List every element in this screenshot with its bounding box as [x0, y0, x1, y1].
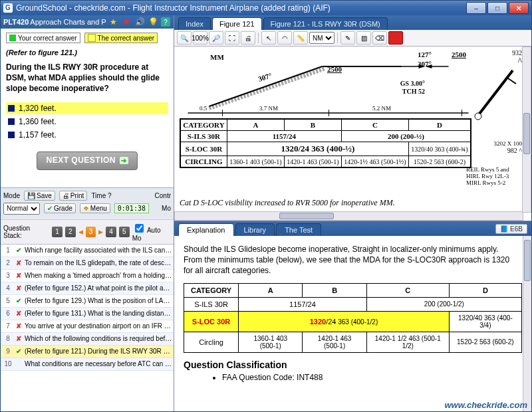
- svg-line-12: [506, 77, 516, 84]
- pointer-icon[interactable]: ↖: [261, 31, 276, 45]
- course-out: 127°: [418, 51, 432, 58]
- question-text: During the ILS RWY 30R procedure at DSM,…: [6, 62, 168, 94]
- svg-line-11: [479, 70, 513, 114]
- mode-label: Mode: [3, 192, 20, 199]
- question-subject: Approach Charts and Procedures: [30, 18, 106, 26]
- cross-icon: ✘: [14, 259, 23, 266]
- question-list-row[interactable]: 3✘When making a 'timed approach' from a …: [1, 270, 174, 282]
- question-list-row[interactable]: 7✘You arrive at your destination airport…: [1, 320, 174, 333]
- auto-checkbox[interactable]: Auto Mo: [132, 222, 171, 242]
- grade-button[interactable]: ✔Grade: [44, 203, 76, 213]
- window-title: GroundSchool - checkride.com - Flight In…: [16, 3, 331, 13]
- stack-page-4[interactable]: 4: [106, 227, 116, 237]
- question-list-row[interactable]: 4✘(Refer to figure 152.) At what point i…: [1, 282, 174, 295]
- figure-toolbar: 🔍 100% 🔎 ⛶ 🖨 ↖ ◠ 📏 NM ✎ ▨ ⌫: [174, 30, 531, 47]
- cross-icon: ✘: [14, 335, 23, 342]
- tab-figure-121-ils[interactable]: Figure 121 - ILS RWY 30R (DSM): [263, 17, 388, 30]
- protractor-icon[interactable]: ◠: [277, 31, 292, 45]
- zoom-out-icon[interactable]: 🔍: [177, 31, 192, 45]
- minimums-grid: CATEGORYABCD S-ILS 30R1157/24200 (200-½)…: [180, 118, 471, 168]
- help-icon[interactable]: ?: [161, 17, 170, 27]
- left-panel: PLT420 Approach Charts and Procedures ★ …: [1, 15, 174, 411]
- favorite-icon[interactable]: ★: [108, 17, 118, 27]
- faa-code-bullet: FAA Question Code: INT488: [222, 373, 522, 382]
- highlight-icon[interactable]: ▨: [356, 31, 371, 45]
- tab-the-test[interactable]: The Test: [276, 223, 321, 236]
- save-button[interactable]: 💾Save: [24, 191, 55, 201]
- check-icon: ✔: [14, 297, 23, 304]
- explanation-tabs: Explanation Library The Test 📘 E6B: [174, 221, 531, 236]
- next-question-button[interactable]: NEXT QUESTION: [37, 152, 138, 170]
- question-list-row[interactable]: 9✔(Refer to figure 121.) During the ILS …: [1, 346, 174, 358]
- footer-url: www.checkride.com: [444, 400, 527, 410]
- mode-select[interactable]: Normal: [3, 203, 40, 215]
- figure-scrollbar-vertical[interactable]: [522, 47, 531, 213]
- color-icon[interactable]: [388, 31, 403, 45]
- stack-page-3[interactable]: 3: [86, 227, 96, 237]
- maximize-button[interactable]: □: [487, 2, 507, 14]
- dist-2: 3.7 NM: [259, 105, 278, 112]
- lightbulb-icon[interactable]: 💡: [148, 17, 158, 27]
- answer-option-3[interactable]: 1,157 feet.: [6, 129, 168, 141]
- stack-page-1[interactable]: 1: [52, 227, 63, 237]
- explanation-scrollbar[interactable]: [523, 236, 531, 411]
- stack-label: Question Stack:: [3, 225, 49, 239]
- units-select[interactable]: NM: [309, 32, 334, 44]
- figure-scrollbar-horizontal[interactable]: [174, 211, 523, 221]
- menu-icon: ❖: [83, 205, 89, 212]
- check-icon: ✔: [47, 205, 53, 212]
- stack-nav-next[interactable]: ▶: [98, 229, 103, 235]
- cross-icon: ✘: [14, 284, 23, 292]
- question-list-row[interactable]: 2✘To remain on the ILS glidepath, the ra…: [1, 257, 174, 270]
- answer-legend: Your correct answer The correct answer: [6, 33, 168, 43]
- gs-label: GS 3.00°: [400, 80, 425, 87]
- alt-hold: 2500: [452, 51, 466, 58]
- question-list-row[interactable]: 1✔Which range facility associated with t…: [1, 245, 174, 257]
- figure-viewport[interactable]: MM 307° 2500 127° 307° 2500 GS 3.00° TCH…: [174, 47, 531, 221]
- tab-figure-121[interactable]: Figure 121: [212, 17, 262, 30]
- cross-icon: ✘: [14, 310, 23, 317]
- audio-icon[interactable]: 🔊: [134, 17, 145, 27]
- e6b-button[interactable]: 📘 E6B: [495, 224, 527, 234]
- cat-d-note: Cat D S-LOC visibility increased to RVR …: [180, 198, 395, 208]
- controls-panel: Mode 💾Save 🖨Print Time ? Contr Normal ✔G…: [1, 187, 174, 219]
- question-list-row[interactable]: 8✘Which of the following conditions is r…: [1, 333, 174, 346]
- tab-explanation[interactable]: Explanation: [178, 223, 234, 236]
- question-list[interactable]: 1✔Which range facility associated with t…: [1, 244, 174, 411]
- answer-option-2[interactable]: 1,360 feet.: [6, 116, 168, 128]
- ruler-icon[interactable]: 📏: [293, 31, 308, 45]
- mo-label: Mo: [162, 205, 171, 212]
- question-header: PLT420 Approach Charts and Procedures ★ …: [1, 15, 174, 29]
- zoom-100-button[interactable]: 100%: [193, 31, 207, 45]
- minimize-button[interactable]: –: [466, 2, 486, 14]
- question-list-row[interactable]: 10What conditions are necessary before A…: [1, 358, 174, 371]
- question-list-row[interactable]: 5✔(Refer to figure 129.) What is the pos…: [1, 295, 174, 308]
- zoom-in-icon[interactable]: 🔎: [209, 31, 223, 45]
- airport-diagram-fragment: 932 ^ 3202 X 100 982 ^ REIL Rwys 5 and H…: [466, 49, 522, 186]
- answer-option-1[interactable]: 1,320 feet.: [6, 102, 168, 114]
- tab-library[interactable]: Library: [235, 223, 275, 236]
- erase-icon[interactable]: ⌫: [372, 31, 387, 45]
- flag-icon[interactable]: ✖: [121, 17, 132, 27]
- mm-label: MM: [210, 53, 224, 61]
- sketch-icon[interactable]: ✎: [340, 31, 355, 45]
- timer-display: 0:01:38: [114, 203, 149, 213]
- explanation-pane[interactable]: Should the ILS Glideslope become inopera…: [174, 236, 531, 411]
- menu-button[interactable]: ❖Menu: [80, 203, 110, 213]
- print-figure-icon[interactable]: 🖨: [241, 31, 255, 45]
- contrib-label: Contr: [155, 192, 171, 199]
- fit-icon[interactable]: ⛶: [225, 31, 239, 45]
- check-icon: ✔: [14, 247, 23, 254]
- right-panel: Index Figure 121 Figure 121 - ILS RWY 30…: [174, 15, 531, 411]
- close-button[interactable]: ✕: [509, 2, 529, 14]
- time-label: Time ?: [91, 192, 111, 199]
- stack-nav-prev[interactable]: ◀: [78, 229, 83, 235]
- stack-page-5[interactable]: 5: [119, 227, 130, 237]
- approach-profile: MM 307° 2500 127° 307° 2500 GS 3.00° TCH…: [180, 47, 471, 118]
- tab-index[interactable]: Index: [178, 17, 211, 30]
- explanation-minimums-table: CATEGORYABCD S-ILS 30R1157/24200 (200-1/…: [184, 283, 522, 353]
- legend-correct-answer: The correct answer: [84, 33, 158, 43]
- stack-page-2[interactable]: 2: [65, 227, 76, 237]
- question-list-row[interactable]: 6✘(Refer to figure 131.) What is the lan…: [1, 308, 174, 320]
- print-button[interactable]: 🖨Print: [59, 191, 88, 201]
